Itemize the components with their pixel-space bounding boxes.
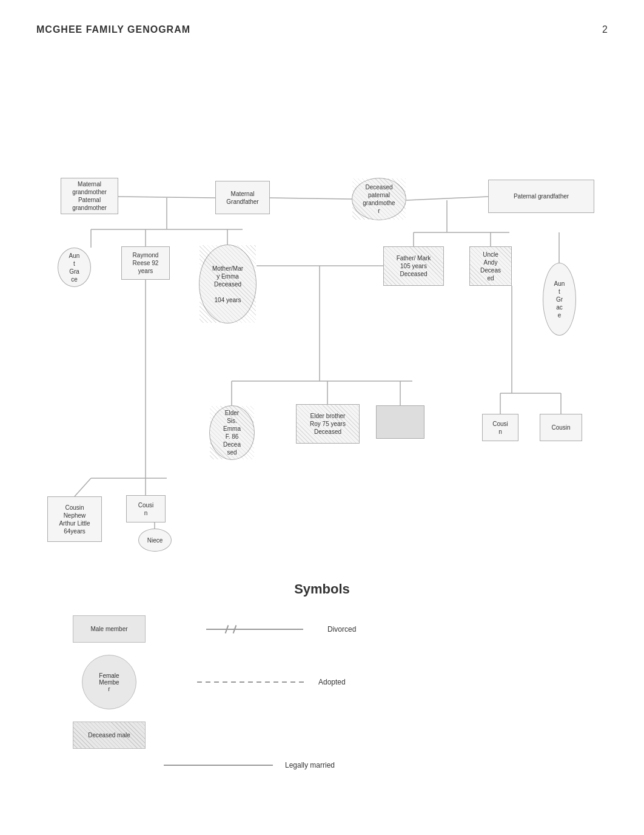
symbol-deceased: Deceased male xyxy=(73,722,146,749)
symbol-row-deceased: Deceased male xyxy=(73,722,608,749)
page-header: MCGHEE FAMILY GENOGRAM 2 xyxy=(36,24,608,35)
niece-node: Niece xyxy=(138,529,172,552)
page-title: MCGHEE FAMILY GENOGRAM xyxy=(36,24,190,35)
married-label: Legally married xyxy=(285,761,335,769)
page-number: 2 xyxy=(602,24,608,35)
maternal-grandmother-label: MaternalgrandmotherPaternal grandmother xyxy=(64,180,115,212)
paternal-grandfather-node: Paternal grandfather xyxy=(488,180,594,213)
genogram: MaternalgrandmotherPaternal grandmother … xyxy=(36,84,608,557)
deceased-paternal-grandmother-label: Deceasedpaternalgrandmother xyxy=(363,183,395,215)
elder-brother-roy-node: Elder brotherRoy 75 yearsDeceased xyxy=(296,404,360,444)
symbols-section: Symbols Male member Divorced FemaleMembe… xyxy=(36,581,608,769)
mother-mary-emma-node: Mother/Mary EmmaDeceased104 years xyxy=(199,245,257,323)
father-mark-node: Father/ Mark105 yearsDeceased xyxy=(383,246,444,286)
page: MCGHEE FAMILY GENOGRAM 2 xyxy=(0,0,644,835)
maternal-grandfather-label: MaternalGrandfather xyxy=(226,190,258,206)
adopted-label: Adopted xyxy=(318,678,346,686)
elder-brother-roy-label: Elder brotherRoy 75 yearsDeceased xyxy=(310,412,346,436)
symbol-deceased-label: Deceased male xyxy=(88,732,130,739)
divorced-label: Divorced xyxy=(327,625,356,634)
aunt-grace-node: AuntGrace xyxy=(58,248,91,287)
aunt-grace2-label: AuntGrace xyxy=(554,280,565,319)
elder-sister-emma-node: ElderSis.EmmaF. 86Deceased xyxy=(209,405,255,460)
raymond-reese-label: RaymondReese 92years xyxy=(133,251,159,275)
cousin-nephew-node: CousinNephewArthur Little64years xyxy=(47,496,102,542)
unknown-child1-node xyxy=(376,405,424,439)
svg-line-0 xyxy=(118,197,215,198)
uncle-andy-label: UncleAndyDeceased xyxy=(480,251,501,282)
cousin-c-node: Cousin xyxy=(126,495,166,522)
symbol-row-female: FemaleMember Adopted xyxy=(73,655,608,709)
aunt-grace-label: AuntGrace xyxy=(69,252,80,283)
cousin-nephew-label: CousinNephewArthur Little64years xyxy=(59,504,90,535)
connectors-svg xyxy=(36,84,608,557)
aunt-grace2-node: AuntGrace xyxy=(543,263,576,336)
cousin1-right-node: Cousin xyxy=(482,414,518,441)
mother-mary-emma-label: Mother/Mary EmmaDeceased104 years xyxy=(212,265,243,304)
symbol-male: Male member xyxy=(73,615,146,643)
married-line xyxy=(164,765,273,766)
svg-line-2 xyxy=(406,197,488,200)
symbol-row-male: Male member Divorced xyxy=(73,615,608,643)
cousin2-right-node: Cousin xyxy=(540,414,582,441)
maternal-grandfather-node: MaternalGrandfather xyxy=(215,181,270,214)
uncle-andy-node: UncleAndyDeceased xyxy=(469,246,512,286)
symbols-title: Symbols xyxy=(36,581,608,597)
deceased-paternal-grandmother-node: Deceasedpaternalgrandmother xyxy=(352,178,406,220)
cousin-c-label: Cousin xyxy=(138,501,154,517)
symbol-male-label: Male member xyxy=(90,626,127,632)
symbol-female-label: FemaleMember xyxy=(99,672,119,692)
symbol-female: FemaleMember xyxy=(82,655,136,709)
cousin2-right-label: Cousin xyxy=(551,424,570,431)
cousin1-right-label: Cousin xyxy=(492,420,508,436)
raymond-reese-node: RaymondReese 92years xyxy=(121,246,170,280)
svg-line-1 xyxy=(270,198,352,199)
adopted-line xyxy=(197,681,306,683)
niece-label: Niece xyxy=(147,536,163,544)
svg-line-21 xyxy=(75,478,91,496)
divorced-symbol xyxy=(206,623,315,635)
maternal-grandmother-node: MaternalgrandmotherPaternal grandmother xyxy=(61,178,118,214)
father-mark-label: Father/ Mark105 yearsDeceased xyxy=(397,254,431,278)
symbol-row-married: Legally married xyxy=(164,761,608,769)
paternal-grandfather-label: Paternal grandfather xyxy=(514,192,569,200)
elder-sister-emma-label: ElderSis.EmmaF. 86Deceased xyxy=(223,409,241,456)
